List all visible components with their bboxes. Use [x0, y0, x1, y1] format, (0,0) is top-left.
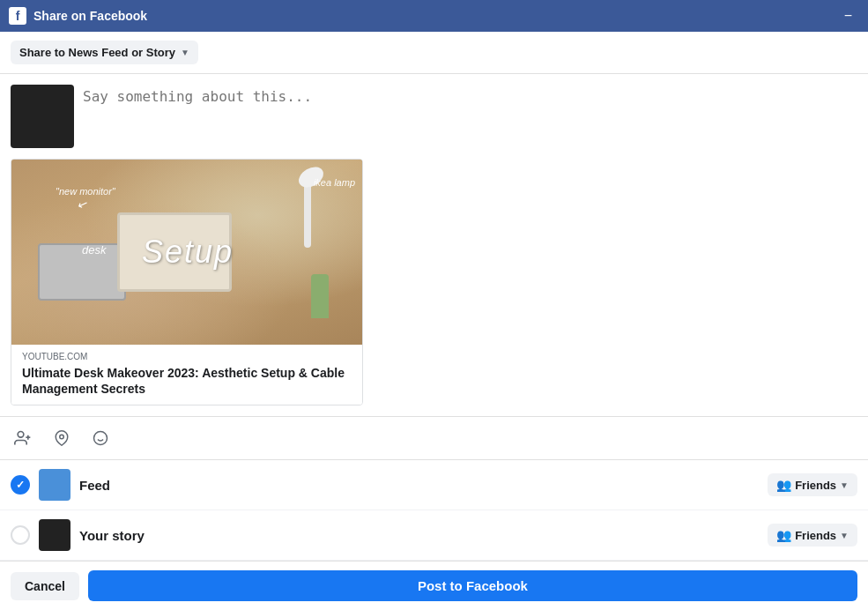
svg-point-4	[94, 432, 108, 445]
dropdown-arrow-icon: ▼	[181, 48, 189, 57]
location-button[interactable]	[49, 426, 74, 450]
annotation-desk: desk	[82, 243, 106, 257]
story-audience-button[interactable]: 👥 Friends ▼	[768, 524, 857, 547]
minimize-button[interactable]: −	[837, 6, 859, 26]
footer-bar: Cancel Post to Facebook ←	[0, 561, 868, 610]
arrow-curve-icon: ↙	[76, 195, 91, 212]
story-checkbox[interactable]	[11, 525, 30, 545]
comment-area	[0, 74, 868, 159]
share-to-dropdown[interactable]: Share to News Feed or Story ▼	[11, 41, 198, 64]
story-share-row: Your story 👥 Friends ▼	[0, 510, 868, 561]
feed-checkbox[interactable]: ✓	[11, 475, 30, 495]
preview-source: YOUTUBE.COM	[22, 352, 352, 361]
story-audience-label: Friends	[795, 529, 836, 542]
facebook-logo-icon: f	[9, 7, 26, 25]
dialog-body: Share to News Feed or Story ▼ "new monit…	[0, 32, 868, 610]
feed-audience-button[interactable]: 👥 Friends ▼	[768, 473, 857, 496]
preview-title: Ultimate Desk Makeover 2023: Aesthetic S…	[22, 365, 352, 397]
top-toolbar: Share to News Feed or Story ▼	[0, 32, 868, 74]
story-avatar	[39, 519, 70, 551]
annotation-ikea: ikea lamp	[314, 177, 355, 188]
header-bar: f Share on Facebook −	[0, 0, 868, 32]
dialog-title: Share on Facebook	[33, 9, 147, 23]
comment-input[interactable]	[83, 85, 857, 138]
feed-audience-label: Friends	[795, 479, 836, 492]
svg-point-3	[60, 435, 64, 439]
story-friends-icon: 👥	[776, 528, 791, 542]
svg-point-0	[18, 432, 24, 438]
user-avatar	[11, 85, 74, 148]
feeling-button[interactable]	[88, 426, 113, 450]
bottom-icons-bar	[0, 416, 868, 459]
feed-share-row: ✓ Feed 👥 Friends ▼	[0, 460, 868, 510]
post-to-facebook-button[interactable]: Post to Facebook	[88, 570, 857, 601]
cancel-button[interactable]: Cancel	[11, 572, 79, 600]
feed-avatar	[39, 469, 70, 501]
image-overlay: "new monitor" ↙ desk ikea lamp Setup	[11, 160, 363, 345]
feed-label: Feed	[79, 478, 759, 493]
setup-text: Setup	[142, 234, 234, 271]
audience-dropdown-icon: ▼	[840, 480, 849, 490]
share-dropdown-label: Share to News Feed or Story	[19, 46, 175, 59]
preview-info: YOUTUBE.COM Ultimate Desk Makeover 2023:…	[11, 345, 362, 405]
story-audience-dropdown-icon: ▼	[840, 531, 849, 540]
share-options: ✓ Feed 👥 Friends ▼ Your story 👥 Friends …	[0, 459, 868, 561]
story-label: Your story	[79, 528, 759, 543]
annotation-new-monitor: "new monitor"	[56, 186, 115, 197]
link-preview-card: "new monitor" ↙ desk ikea lamp Setup YOU…	[11, 159, 363, 405]
friends-icon: 👥	[776, 478, 791, 492]
tag-people-button[interactable]	[11, 426, 35, 450]
preview-image: "new monitor" ↙ desk ikea lamp Setup	[11, 160, 363, 345]
header-left: f Share on Facebook	[9, 7, 147, 25]
